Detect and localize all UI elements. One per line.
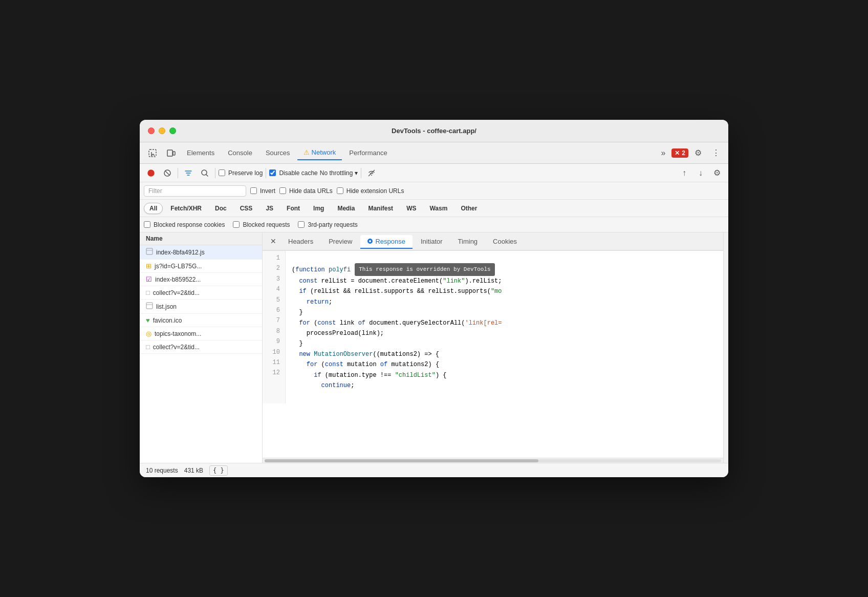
filter-button[interactable] (181, 166, 196, 180)
tab-bar-right: » ✕ 2 ⚙ ⋮ (657, 145, 724, 161)
third-party-input[interactable] (298, 221, 305, 228)
main-area: Name index-8bfa4912.js ⊞ js?id=G-LB75G..… (140, 232, 728, 463)
scrollbar-thumb (265, 459, 538, 462)
devtools-tab-bar: Elements Console Sources ⚠ Network Perfo… (140, 142, 728, 164)
panel-close-button[interactable]: ✕ (267, 234, 280, 248)
divider-1 (178, 168, 178, 178)
file-item-1[interactable]: ⊞ js?id=G-LB75G... (140, 260, 262, 273)
request-count: 10 requests (146, 467, 178, 474)
type-other[interactable]: Other (455, 203, 483, 214)
type-all[interactable]: All (144, 203, 163, 214)
blocked-requests-checkbox[interactable]: Blocked requests (233, 221, 290, 228)
network-toolbar: Preserve log Disable cache No throttling… (140, 164, 728, 182)
file-name-3: collect?v=2&tid... (153, 289, 200, 296)
tab-sources[interactable]: Sources (259, 146, 296, 160)
file-item-7[interactable]: □ collect?v=2&tid... (140, 340, 262, 354)
preserve-log-checkbox[interactable]: Preserve log (219, 169, 263, 177)
panel-tab-response[interactable]: Response (360, 235, 413, 249)
svg-rect-0 (149, 150, 156, 157)
type-doc[interactable]: Doc (209, 203, 232, 214)
panel-tab-initiator[interactable]: Initiator (414, 235, 450, 248)
code-area[interactable]: 1 2 3 4 5 6 7 8 9 10 11 12 (function pol… (263, 251, 723, 458)
type-css[interactable]: CSS (234, 203, 258, 214)
search-button[interactable] (198, 166, 212, 180)
override-tooltip: This response is overridden by DevTools (355, 263, 494, 276)
type-media[interactable]: Media (332, 203, 360, 214)
clear-button[interactable] (160, 166, 175, 180)
blocked-row: Blocked response cookies Blocked request… (140, 217, 728, 232)
svg-rect-1 (167, 150, 172, 156)
third-party-checkbox[interactable]: 3rd-party requests (298, 221, 357, 228)
hide-ext-urls-input[interactable] (337, 187, 343, 194)
file-name-5: favicon.ico (153, 317, 182, 324)
wifi-icon[interactable] (364, 166, 379, 180)
status-bar: 10 requests 431 kB { } (140, 463, 728, 477)
title-bar: DevTools - coffee-cart.app/ (140, 120, 728, 142)
divider-3 (266, 168, 266, 178)
record-button[interactable] (144, 166, 158, 180)
panel-tab-timing[interactable]: Timing (451, 235, 485, 248)
tab-elements[interactable]: Elements (181, 146, 221, 160)
svg-rect-13 (146, 303, 153, 309)
invert-input[interactable] (250, 187, 257, 194)
type-ws[interactable]: WS (401, 203, 422, 214)
file-item-5[interactable]: ♥ favicon.ico (140, 314, 262, 327)
filter-input[interactable] (144, 185, 246, 197)
minimize-button[interactable] (159, 127, 165, 134)
device-icon[interactable] (162, 145, 180, 161)
divider-2 (215, 168, 215, 178)
settings-icon[interactable]: ⚙ (690, 145, 706, 161)
file-icon-3: □ (146, 289, 150, 296)
panel-tab-cookies[interactable]: Cookies (486, 235, 524, 248)
maximize-button[interactable] (169, 127, 176, 134)
export-button[interactable]: ↑ (677, 166, 691, 180)
blocked-cookies-checkbox[interactable]: Blocked response cookies (144, 221, 225, 228)
import-button[interactable]: ↓ (693, 166, 708, 180)
tab-network[interactable]: ⚠ Network (297, 145, 342, 160)
file-list-header: Name (140, 232, 262, 245)
network-settings-button[interactable]: ⚙ (710, 166, 724, 180)
file-item-0[interactable]: index-8bfa4912.js (140, 245, 262, 260)
divider-4 (361, 168, 361, 178)
type-js[interactable]: JS (260, 203, 279, 214)
file-item-6[interactable]: ◎ topics-taxonom... (140, 327, 262, 340)
file-item-3[interactable]: □ collect?v=2&tid... (140, 286, 262, 300)
preserve-log-input[interactable] (219, 169, 225, 176)
more-tabs-button[interactable]: » (657, 145, 669, 161)
panel-tab-preview[interactable]: Preview (321, 235, 359, 248)
horizontal-scrollbar[interactable] (263, 458, 723, 463)
file-item-2[interactable]: ☑ index-b859522... (140, 273, 262, 286)
error-x-icon: ✕ (675, 150, 680, 157)
tab-performance[interactable]: Performance (343, 146, 393, 160)
cursor-icon[interactable] (144, 145, 161, 161)
disable-cache-checkbox[interactable]: Disable cache (269, 169, 317, 177)
type-img[interactable]: Img (308, 203, 330, 214)
invert-checkbox[interactable]: Invert (250, 187, 275, 195)
type-wasm[interactable]: Wasm (424, 203, 453, 214)
blocked-requests-input[interactable] (233, 221, 240, 228)
hide-data-urls-input[interactable] (279, 187, 286, 194)
code-line-1: (function polyfiThis response is overrid… (292, 266, 502, 389)
format-json-button[interactable]: { } (209, 465, 228, 476)
file-icon-5: ♥ (146, 316, 150, 324)
tab-console[interactable]: Console (222, 146, 258, 160)
more-options-icon[interactable]: ⋮ (708, 145, 724, 161)
type-fetch-xhr[interactable]: Fetch/XHR (165, 203, 207, 214)
close-button[interactable] (148, 127, 155, 134)
type-font[interactable]: Font (281, 203, 306, 214)
throttle-select[interactable]: No throttling ▾ (320, 169, 358, 177)
file-item-4[interactable]: list.json (140, 300, 262, 314)
blocked-cookies-input[interactable] (144, 221, 150, 228)
type-manifest[interactable]: Manifest (362, 203, 399, 214)
hide-data-urls-checkbox[interactable]: Hide data URLs (279, 187, 333, 195)
toolbar-right: ↑ ↓ ⚙ (677, 166, 724, 180)
panel-tab-headers[interactable]: Headers (281, 235, 320, 248)
hide-ext-urls-checkbox[interactable]: Hide extension URLs (337, 187, 404, 195)
file-list: Name index-8bfa4912.js ⊞ js?id=G-LB75G..… (140, 232, 263, 463)
file-icon-6: ◎ (146, 330, 151, 337)
file-name-7: collect?v=2&tid... (153, 344, 200, 351)
code-content: 1 2 3 4 5 6 7 8 9 10 11 12 (function pol… (263, 251, 723, 403)
vertical-scrollbar[interactable] (723, 232, 728, 463)
disable-cache-input[interactable] (269, 169, 276, 176)
filter-row: Invert Hide data URLs Hide extension URL… (140, 182, 728, 200)
